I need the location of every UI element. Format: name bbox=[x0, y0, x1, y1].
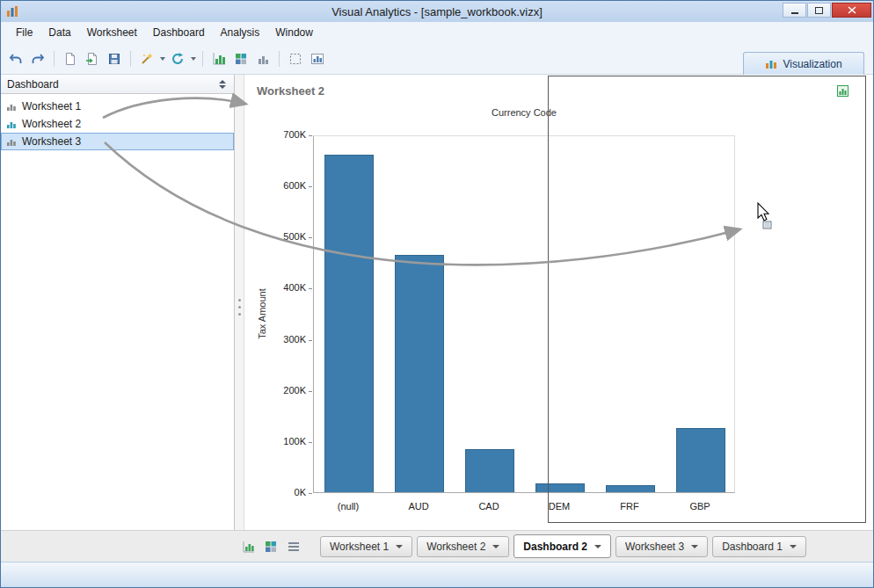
toolbar-separator bbox=[202, 51, 203, 67]
close-icon[interactable] bbox=[832, 3, 871, 18]
tab-visualization[interactable]: Visualization bbox=[743, 52, 864, 75]
sidebar-item-label: Worksheet 1 bbox=[22, 100, 81, 113]
sidebar-item-worksheet-2[interactable]: Worksheet 2 bbox=[1, 115, 234, 133]
y-tick-label: 400K bbox=[248, 282, 306, 293]
y-tick-label: 200K bbox=[248, 385, 306, 396]
sidebar-header-label: Dashboard bbox=[7, 78, 59, 91]
grid-view-icon[interactable] bbox=[263, 539, 279, 555]
y-tick-label: 600K bbox=[248, 180, 306, 191]
worksheet-panel-title: Worksheet 2 bbox=[257, 84, 324, 98]
visualization-icon bbox=[765, 59, 777, 69]
x-tick-label: AUD bbox=[383, 501, 454, 512]
bar-aud[interactable] bbox=[395, 255, 444, 492]
redo-icon[interactable] bbox=[28, 49, 47, 69]
sidebar-item-worksheet-3[interactable]: Worksheet 3 bbox=[1, 133, 234, 150]
open-icon[interactable] bbox=[83, 49, 102, 69]
y-tick-mark bbox=[309, 493, 312, 494]
bar-null[interactable] bbox=[324, 155, 374, 492]
y-tick-mark bbox=[309, 442, 312, 443]
menu-bar: FileDataWorksheetDashboardAnalysisWindow bbox=[1, 22, 873, 43]
visualization-tab-label: Visualization bbox=[783, 58, 841, 70]
y-tick-mark bbox=[309, 237, 312, 238]
toolbar: Visualization bbox=[1, 43, 873, 75]
graph-view-icon[interactable] bbox=[240, 539, 256, 555]
tab-worksheet-1[interactable]: Worksheet 1 bbox=[320, 536, 412, 557]
sheet-tabs: Worksheet 1Worksheet 2Dashboard 2Workshe… bbox=[320, 534, 806, 558]
insert-dashboard-icon[interactable] bbox=[308, 49, 327, 69]
y-tick-label: 100K bbox=[248, 436, 306, 446]
y-tick-mark bbox=[309, 340, 312, 341]
y-tick-mark bbox=[309, 186, 312, 187]
undo-icon[interactable] bbox=[6, 49, 25, 69]
tab-worksheet-2[interactable]: Worksheet 2 bbox=[417, 536, 509, 557]
tab-label: Dashboard 2 bbox=[523, 541, 587, 553]
tab-label: Worksheet 1 bbox=[330, 541, 389, 553]
minimize-icon[interactable] bbox=[783, 3, 806, 18]
y-tick-label: 0K bbox=[248, 487, 306, 497]
toolbar-separator bbox=[130, 51, 131, 67]
x-tick-label: CAD bbox=[454, 501, 524, 512]
tab-label: Worksheet 3 bbox=[625, 541, 684, 553]
refresh-icon[interactable] bbox=[168, 49, 187, 69]
bottom-tab-bar: Worksheet 1Worksheet 2Dashboard 2Workshe… bbox=[1, 530, 873, 562]
wand-dropdown-icon[interactable] bbox=[160, 57, 165, 61]
chevron-down-icon[interactable] bbox=[691, 545, 698, 548]
y-tick-mark bbox=[309, 288, 312, 289]
y-tick-mark bbox=[309, 135, 312, 136]
title-bar[interactable]: Visual Analytics - [sample_workbook.vizx… bbox=[1, 1, 873, 22]
chevron-down-icon[interactable] bbox=[396, 545, 403, 548]
sidebar-item-label: Worksheet 2 bbox=[22, 118, 81, 130]
tab-dashboard-1[interactable]: Dashboard 1 bbox=[712, 536, 806, 557]
insert-crosstab-icon[interactable] bbox=[253, 49, 273, 69]
menu-window[interactable]: Window bbox=[267, 22, 321, 43]
sidebar-item-label: Worksheet 3 bbox=[22, 135, 81, 148]
window-title: Visual Analytics - [sample_workbook.vizx… bbox=[1, 5, 873, 18]
maximize-icon[interactable] bbox=[807, 3, 831, 18]
chevron-down-icon[interactable] bbox=[790, 545, 797, 548]
splitter-grip-icon[interactable] bbox=[238, 299, 241, 301]
menu-data[interactable]: Data bbox=[40, 22, 78, 43]
view-switcher bbox=[240, 539, 302, 555]
tab-dashboard-2[interactable]: Dashboard 2 bbox=[513, 534, 611, 558]
tab-label: Dashboard 1 bbox=[722, 541, 783, 553]
tab-worksheet-3[interactable]: Worksheet 3 bbox=[615, 536, 708, 557]
magic-wand-icon[interactable] bbox=[137, 49, 157, 69]
bar-cad[interactable] bbox=[465, 449, 514, 492]
tab-label: Worksheet 2 bbox=[426, 541, 485, 553]
worksheet-icon bbox=[6, 119, 17, 129]
worksheet-icon bbox=[6, 136, 17, 147]
menu-dashboard[interactable]: Dashboard bbox=[145, 22, 213, 43]
chevron-down-icon[interactable] bbox=[594, 545, 601, 548]
toolbar-separator bbox=[279, 51, 280, 67]
pane-splitter[interactable] bbox=[235, 75, 244, 530]
drag-preview-rect bbox=[548, 76, 866, 523]
sidebar-item-worksheet-1[interactable]: Worksheet 1 bbox=[1, 98, 234, 115]
app-window: Visual Analytics - [sample_workbook.vizx… bbox=[0, 0, 874, 588]
sidebar-header[interactable]: Dashboard bbox=[1, 75, 234, 94]
sort-toggle-icon[interactable] bbox=[217, 78, 228, 91]
menu-worksheet[interactable]: Worksheet bbox=[79, 22, 145, 43]
insert-table-icon[interactable] bbox=[231, 49, 251, 69]
x-tick-label: (null) bbox=[313, 501, 383, 512]
list-view-icon[interactable] bbox=[286, 539, 302, 555]
worksheet-list: Worksheet 1Worksheet 2Worksheet 3 bbox=[1, 94, 234, 150]
menu-file[interactable]: File bbox=[8, 22, 40, 43]
y-tick-mark bbox=[309, 391, 312, 392]
selection-icon[interactable] bbox=[286, 49, 305, 69]
toolbar-separator bbox=[54, 51, 55, 67]
sidebar: Dashboard Worksheet 1Worksheet 2Workshee… bbox=[1, 75, 235, 530]
chevron-down-icon[interactable] bbox=[492, 545, 499, 548]
save-icon[interactable] bbox=[105, 49, 124, 69]
y-tick-label: 500K bbox=[248, 231, 306, 242]
new-document-icon[interactable] bbox=[61, 49, 80, 69]
status-bar bbox=[1, 562, 873, 587]
worksheet-icon bbox=[6, 101, 17, 112]
y-tick-label: 300K bbox=[248, 334, 306, 345]
y-tick-label: 700K bbox=[248, 129, 306, 140]
refresh-dropdown-icon[interactable] bbox=[191, 57, 196, 61]
menu-analysis[interactable]: Analysis bbox=[213, 22, 268, 43]
insert-graph-icon[interactable] bbox=[209, 49, 229, 69]
